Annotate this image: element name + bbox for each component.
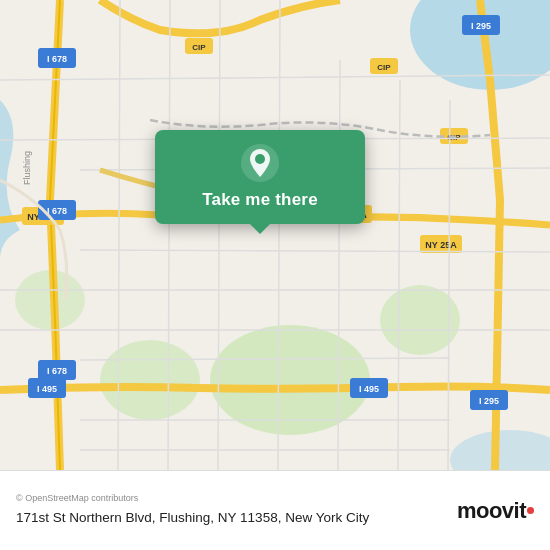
svg-text:I 295: I 295 xyxy=(471,21,491,31)
map-attribution: © OpenStreetMap contributors xyxy=(16,493,447,503)
info-bar: © OpenStreetMap contributors 171st St No… xyxy=(0,470,550,550)
svg-text:CIP: CIP xyxy=(377,63,391,72)
moovit-logo-dot xyxy=(527,507,534,514)
svg-text:I 678: I 678 xyxy=(47,366,67,376)
svg-text:Flushing: Flushing xyxy=(22,151,32,185)
address-text: 171st St Northern Blvd, Flushing, NY 113… xyxy=(16,509,447,527)
moovit-logo: moovit xyxy=(457,498,534,524)
take-me-there-button[interactable]: Take me there xyxy=(155,130,365,224)
button-label: Take me there xyxy=(202,190,318,210)
svg-text:I 678: I 678 xyxy=(47,54,67,64)
map-svg: NY 25A NY 25A NY 25A I 678 I 678 I 678 I… xyxy=(0,0,550,470)
svg-text:I 295: I 295 xyxy=(479,396,499,406)
svg-point-5 xyxy=(100,340,200,420)
svg-point-51 xyxy=(255,154,265,164)
svg-text:NY 25A: NY 25A xyxy=(425,240,457,250)
map-container: NY 25A NY 25A NY 25A I 678 I 678 I 678 I… xyxy=(0,0,550,470)
moovit-logo-text: moovit xyxy=(457,498,526,524)
svg-point-3 xyxy=(210,325,370,435)
address-section: © OpenStreetMap contributors 171st St No… xyxy=(16,493,447,527)
location-pin-icon xyxy=(241,144,279,182)
map-background: NY 25A NY 25A NY 25A I 678 I 678 I 678 I… xyxy=(0,0,550,470)
svg-text:I 495: I 495 xyxy=(37,384,57,394)
svg-text:I 495: I 495 xyxy=(359,384,379,394)
svg-text:CIP: CIP xyxy=(192,43,206,52)
svg-text:I 678: I 678 xyxy=(47,206,67,216)
